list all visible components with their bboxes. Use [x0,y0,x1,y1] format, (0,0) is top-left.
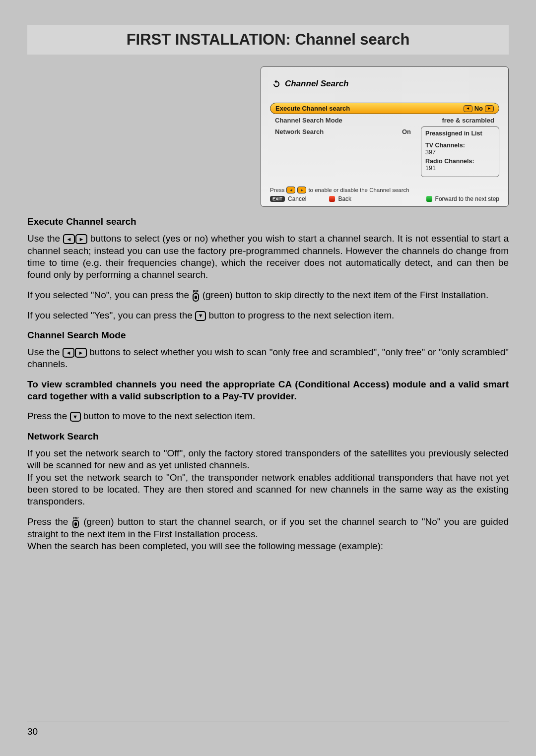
osd-header: Channel Search [272,79,499,89]
green-button-icon[interactable] [426,196,432,202]
right-arrow-icon[interactable]: ► [485,105,494,112]
row-execute-value: No [474,105,483,112]
section-head-network: Network Search [27,431,509,442]
para: If you selected "No", you can press the … [27,289,509,302]
row-mode: Channel Search Mode free & scrambled [270,115,499,126]
row-mode-label: Channel Search Mode [275,117,342,124]
preassigned-panel: Preassigned in List TV Channels: 397 Rad… [421,126,499,177]
text: (green) button to start the channel sear… [27,516,509,539]
panel-heading: Preassigned in List [425,130,495,137]
left-right-keys-icon: ◄► [63,348,87,358]
para: When the search has been completed, you … [27,540,509,552]
row-network-label: Network Search [275,128,324,135]
page-number: 30 [27,726,38,737]
para: Use the ◄► buttons to select whether you… [27,346,509,371]
radio-channels-label: Radio Channels: [425,158,495,165]
exit-button[interactable]: EXIT [270,196,285,202]
radio-channels-count: 191 [425,165,495,172]
text: Press the [27,516,72,527]
text: (green) button to skip directly to the n… [202,290,489,300]
pip-green-key-icon: PIP [72,516,80,528]
body-content: Execute Channel search Use the ◄► button… [27,216,509,552]
text: buttons to select (yes or no) whether yo… [27,233,509,280]
hint-suffix: to enable or disable the Channel search [308,187,409,193]
text: Use the [27,347,63,357]
left-arrow-icon: ◄ [286,187,295,193]
left-arrow-icon[interactable]: ◄ [464,105,472,112]
row-mode-value: free & scrambled [442,117,495,124]
text: If you selected "No", you can press the [27,290,192,300]
tv-channels-label: TV Channels: [425,142,495,149]
red-button-icon[interactable] [329,196,335,202]
hint-prefix: Press [270,187,284,193]
down-key-icon: ▼ [195,311,206,321]
para: If you selected "Yes", you can press the… [27,310,509,321]
pip-green-key-icon: PIP [192,290,200,302]
refresh-icon [272,79,281,88]
text: buttons to select whether you wish to sc… [27,347,509,369]
para: Press the PIP (green) button to start th… [27,516,509,540]
text: Use the [27,233,63,244]
osd-hint: Press ◄ ► to enable or disable the Chann… [270,187,499,193]
section-head-mode: Channel Search Mode [27,329,509,341]
para: Press the ▼ button to move to the next s… [27,410,509,422]
text: If you selected "Yes", you can press the [27,310,195,320]
left-right-keys-icon: ◄► [63,234,87,244]
row-execute[interactable]: Execute Channel search ◄ No ► [270,103,499,114]
cancel-label: Cancel [288,195,306,202]
text: Press the [27,411,70,421]
text: button to progress to the next selection… [208,310,394,320]
text: button to move to the next selection ite… [83,411,255,421]
forward-label: Forward to the next step [435,195,499,202]
manual-page: FIRST INSTALLATION: Channel search Chann… [0,0,536,756]
para: Use the ◄► buttons to select (yes or no)… [27,233,509,281]
row-network-value: On [402,128,411,135]
back-label: Back [338,195,351,202]
right-arrow-icon: ► [297,187,306,193]
para-bold: To view scrambled channels you need the … [27,378,509,403]
osd-title: Channel Search [285,79,349,89]
tv-osd-screenshot: Channel Search Execute Channel search ◄ … [261,66,509,207]
screenshot-container: Channel Search Execute Channel search ◄ … [27,66,509,207]
para: If you set the network search to "On", t… [27,472,509,508]
para: If you set the network search to "Off", … [27,447,509,472]
page-title: FIRST INSTALLATION: Channel search [27,25,509,55]
footer-rule [27,721,509,721]
down-key-icon: ▼ [70,412,81,422]
tv-channels-count: 397 [425,149,495,156]
row-execute-label: Execute Channel search [275,105,350,112]
section-head-execute: Execute Channel search [27,216,509,228]
osd-footer: EXIT Cancel Back Forward to the next ste… [270,195,499,202]
